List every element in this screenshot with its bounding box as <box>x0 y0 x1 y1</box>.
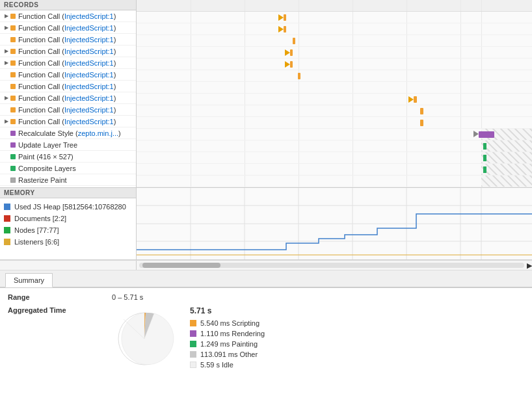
record-row: Function Call (InjectedScript:1) <box>0 34 136 46</box>
timeline-block <box>483 143 486 150</box>
memory-label-nodes: Nodes [77:77] <box>14 226 59 234</box>
record-link[interactable]: InjectedScript:1 <box>64 12 114 20</box>
record-color-dot <box>10 96 16 101</box>
record-link[interactable]: InjectedScript:1 <box>64 118 114 125</box>
memory-color-nodes <box>4 227 10 233</box>
summary-tab[interactable]: Summary <box>5 273 53 287</box>
legend-item-scripting: 5.540 ms Scripting <box>190 319 265 327</box>
memory-chart <box>137 188 532 259</box>
legend-color-scripting <box>190 320 196 326</box>
record-row: ▶ Function Call (InjectedScript:1) <box>0 116 136 127</box>
scrollbar-thumb[interactable] <box>142 263 220 268</box>
scrollbar-right-button[interactable]: ▶ <box>527 261 532 270</box>
scrollbar-area[interactable]: ▶ <box>0 260 532 270</box>
legend-item-painting: 1.249 ms Painting <box>190 340 265 348</box>
timeline-row <box>137 117 532 129</box>
record-label: Recalculate Style (zepto.min.j...) <box>18 129 121 137</box>
record-row: ▶ Function Call (InjectedScript:1) <box>0 10 136 22</box>
timeline-block <box>290 61 293 68</box>
records-header: RECORDS <box>0 0 136 10</box>
record-color-dot <box>10 25 16 31</box>
record-color-dot <box>10 14 16 19</box>
memory-section: MEMORY Used JS Heap [5812564:10768280 Do… <box>0 188 532 260</box>
expand-icon[interactable]: ▶ <box>3 94 10 102</box>
records-left-panel: RECORDS ▶ Function Call (InjectedScript:… <box>0 0 137 187</box>
record-link[interactable]: InjectedScript:1 <box>64 106 114 114</box>
legend-item-idle: 5.59 s Idle <box>190 361 265 369</box>
memory-label-js-heap: Used JS Heap [5812564:10768280 <box>14 203 126 211</box>
record-color-dot <box>10 154 16 159</box>
expand-icon[interactable]: ▶ <box>3 59 10 67</box>
timeline-row <box>137 59 532 70</box>
legend-label-painting: 1.249 ms Painting <box>200 340 258 348</box>
timeline-row <box>137 94 532 105</box>
pie-chart-container: 5.71 s 5.540 ms Scripting 1.110 ms Rende… <box>112 306 265 371</box>
striped-area <box>481 140 532 152</box>
record-label: Composite Layers <box>18 165 76 172</box>
expand-icon[interactable]: ▶ <box>3 118 10 125</box>
timeline-row <box>137 47 532 59</box>
record-color-dot <box>10 107 16 112</box>
records-list: ▶ Function Call (InjectedScript:1) ▶ Fun… <box>0 10 136 186</box>
summary-tab-bar: Summary <box>0 270 532 287</box>
memory-color-docs <box>4 215 10 222</box>
record-link[interactable]: InjectedScript:1 <box>64 24 114 32</box>
record-color-dot <box>10 49 16 54</box>
timeline-block <box>414 96 417 103</box>
record-label: Function Call (InjectedScript:1) <box>18 47 116 55</box>
records-section: RECORDS ▶ Function Call (InjectedScript:… <box>0 0 532 188</box>
record-link[interactable]: InjectedScript:1 <box>64 47 114 55</box>
expand-icon[interactable]: ▶ <box>3 12 10 20</box>
play-marker <box>285 49 290 56</box>
legend-label-idle: 5.59 s Idle <box>200 361 233 369</box>
timeline-block <box>284 14 286 21</box>
play-marker <box>408 96 414 103</box>
expand-icon[interactable]: ▶ <box>3 47 10 55</box>
record-label: Function Call (InjectedScript:1) <box>18 106 116 114</box>
record-label: Function Call (InjectedScript:1) <box>18 118 116 125</box>
memory-legend-item: Listeners [6:6] <box>4 236 132 248</box>
expand-icon[interactable]: ▶ <box>3 24 10 32</box>
app-container: RECORDS ▶ Function Call (InjectedScript:… <box>0 0 532 382</box>
record-row: ▶ Function Call (InjectedScript:1) <box>0 57 136 69</box>
play-marker <box>278 14 284 21</box>
summary-range-label: Range <box>8 293 112 301</box>
record-link[interactable]: InjectedScript:1 <box>64 36 114 44</box>
timeline-row <box>137 164 532 176</box>
record-label: Paint (416 × 527) <box>18 153 73 161</box>
record-row: Composite Layers <box>0 163 136 174</box>
record-link[interactable]: InjectedScript:1 <box>64 94 114 102</box>
record-row: ▶ Function Call (InjectedScript:1) <box>0 46 136 57</box>
record-color-dot <box>10 60 16 66</box>
timeline-row <box>137 12 532 23</box>
record-row: Function Call (InjectedScript:1) <box>0 104 136 116</box>
record-row: Rasterize Paint <box>0 174 136 186</box>
record-color-dot <box>10 72 16 77</box>
legend-label-rendering: 1.110 ms Rendering <box>200 330 265 337</box>
memory-header: MEMORY <box>0 188 136 198</box>
play-marker <box>278 26 284 33</box>
summary-range-value: 0 – 5.71 s <box>112 293 143 301</box>
pie-chart-svg <box>112 306 177 371</box>
memory-color-listeners <box>4 239 10 245</box>
record-link[interactable]: InjectedScript:1 <box>64 83 114 90</box>
records-timeline <box>137 0 532 187</box>
legend-color-rendering <box>190 330 196 337</box>
record-link[interactable]: InjectedScript:1 <box>64 59 114 67</box>
record-color-dot <box>10 178 16 183</box>
scrollbar-track[interactable] <box>139 263 524 268</box>
timeline-block <box>293 38 295 44</box>
record-row: Recalculate Style (zepto.min.j...) <box>0 127 136 139</box>
legend-label-scripting: 5.540 ms Scripting <box>200 319 259 327</box>
record-link[interactable]: zepto.min.j... <box>78 129 118 137</box>
record-row: Function Call (InjectedScript:1) <box>0 81 136 92</box>
legend-item-rendering: 1.110 ms Rendering <box>190 330 265 337</box>
record-label: Function Call (InjectedScript:1) <box>18 36 116 44</box>
record-link[interactable]: InjectedScript:1 <box>64 71 114 79</box>
record-color-dot <box>10 142 16 148</box>
timeline-row <box>137 176 532 187</box>
timeline-row <box>137 35 532 47</box>
memory-left-panel: MEMORY Used JS Heap [5812564:10768280 Do… <box>0 188 137 259</box>
record-label: Function Call (InjectedScript:1) <box>18 59 116 67</box>
record-label: Function Call (InjectedScript:1) <box>18 94 116 102</box>
